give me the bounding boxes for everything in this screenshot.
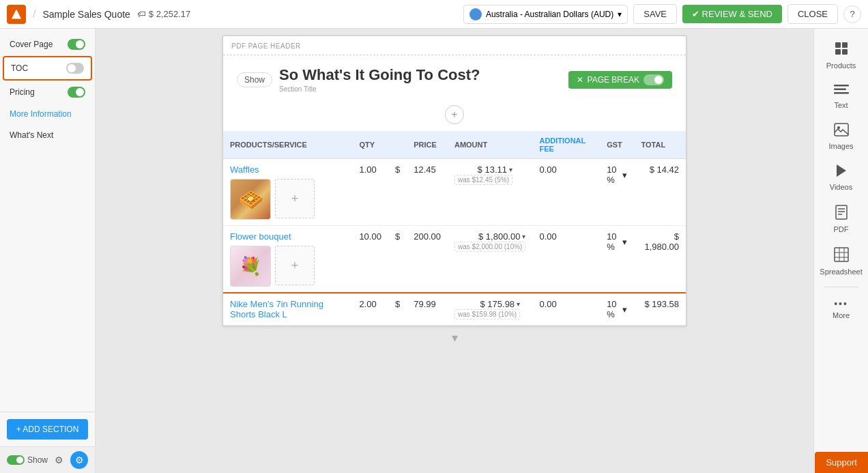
pdf-icon <box>835 205 848 223</box>
amount-dropdown-icon[interactable]: ▾ <box>509 166 512 173</box>
right-tool-text[interactable]: Text <box>818 78 865 115</box>
gst-value[interactable]: 10 % ▾ <box>607 299 627 319</box>
visibility-toggle[interactable] <box>66 63 84 74</box>
right-tool-images[interactable]: Images <box>818 117 865 156</box>
support-button[interactable]: Support <box>815 452 868 473</box>
amount-dropdown-icon[interactable]: ▾ <box>517 300 520 308</box>
gst-value[interactable]: 10 % ▾ <box>607 164 627 185</box>
currency-symbol: $ <box>395 231 400 242</box>
price-cell: 12.45 <box>407 159 448 226</box>
price-cell: 79.99 <box>407 293 448 326</box>
product-image <box>230 179 271 220</box>
visibility-toggle[interactable] <box>68 39 85 50</box>
qty-cell: 1.00 <box>352 159 388 226</box>
svg-rect-3 <box>842 49 848 55</box>
section-header: Show So What's It Going To Cost? Section… <box>223 55 686 98</box>
save-button[interactable]: SAVE <box>633 4 677 24</box>
topbar-separator: / <box>33 8 35 20</box>
currency-cell: $ <box>388 159 407 226</box>
price-value: $ 2,252.17 <box>149 9 190 19</box>
right-tool-more[interactable]: ••• More <box>818 293 865 325</box>
product-name[interactable]: Waffles <box>230 164 345 175</box>
sidebar-item-controls <box>66 63 84 74</box>
sidebar-item-more-information[interactable]: More Information <box>3 104 92 124</box>
price-tag-icon: 🏷 <box>137 9 146 19</box>
currency-symbol: $ <box>395 164 400 175</box>
right-tool-spreadsheet[interactable]: Spreadsheet <box>818 242 865 281</box>
spreadsheet-label: Spreadsheet <box>820 268 862 276</box>
close-button[interactable]: CLOSE <box>787 4 838 24</box>
add-fee-value: 0.00 <box>539 164 556 175</box>
add-image-button[interactable]: + <box>275 179 315 218</box>
add-image-button[interactable]: + <box>275 246 315 285</box>
amount-box: $ 13.11 ▾ was $12.45 (5%) <box>454 164 512 185</box>
product-name[interactable]: Flower bouquet <box>230 231 345 242</box>
add-fee-value: 0.00 <box>539 231 556 242</box>
was-price: was $12.45 (5%) <box>454 175 512 185</box>
product-name[interactable]: Nike Men's 7in Running Shorts Black L <box>230 299 345 319</box>
amount-main[interactable]: $ 175.98 ▾ <box>480 299 521 309</box>
total-value: $ 1,980.00 <box>644 231 679 252</box>
product-images: + <box>230 246 345 287</box>
th-amount: AMOUNT <box>448 131 533 159</box>
main-layout: Cover Page TOC Pricing <box>0 29 868 473</box>
th-gst: GST <box>600 131 634 159</box>
price-cell: 200.00 <box>407 226 448 293</box>
svg-rect-0 <box>835 42 841 48</box>
amount-dropdown-icon[interactable]: ▾ <box>522 233 525 240</box>
section-title[interactable]: So What's It Going To Cost? <box>279 66 480 84</box>
right-tool-products[interactable]: Products <box>818 35 865 75</box>
amount-value: $ 175.98 <box>480 299 515 309</box>
review-send-button[interactable]: ✔ REVIEW & SEND <box>682 5 782 23</box>
gst-chevron-icon: ▾ <box>622 304 627 315</box>
page-break-toggle-icon <box>643 74 664 85</box>
gst-chevron-icon: ▾ <box>622 170 627 180</box>
right-sidebar: Products Text Images Videos PDF <box>813 29 868 473</box>
add-fee-cell: 0.00 <box>532 226 600 293</box>
add-section-area: + ADD SECTION <box>0 412 95 446</box>
sidebar-item-label: TOC <box>11 63 28 73</box>
locale-selector[interactable]: Australia - Australian Dollars (AUD) ▾ <box>463 5 628 24</box>
sidebar-item-whats-next[interactable]: What's Next <box>3 125 92 145</box>
amount-main[interactable]: $ 1,800.00 ▾ <box>478 231 525 242</box>
qty-cell: 2.00 <box>352 293 388 326</box>
gear-button[interactable]: ⚙ <box>55 455 63 465</box>
th-price: PRICE <box>407 131 448 159</box>
videos-label: Videos <box>830 183 852 191</box>
show-button[interactable]: Show <box>237 72 272 87</box>
page-break-button[interactable]: ✕ PAGE BREAK <box>568 71 672 89</box>
page-break-icon: ✕ <box>577 75 583 85</box>
right-tool-pdf[interactable]: PDF <box>818 199 865 239</box>
sidebar-item-label: What's Next <box>10 130 53 140</box>
right-tool-videos[interactable]: Videos <box>818 158 865 197</box>
help-button[interactable]: ? <box>843 5 861 23</box>
text-label: Text <box>834 101 848 109</box>
right-sidebar-separator <box>824 287 858 287</box>
svg-rect-4 <box>834 85 849 87</box>
sidebar-item-cover-page[interactable]: Cover Page <box>3 33 92 55</box>
show-tabs-toggle[interactable]: Show <box>7 455 48 465</box>
pdf-page: PDF PAGE HEADER Show So What's It Going … <box>222 35 686 326</box>
pdf-header-label: PDF PAGE HEADER <box>231 42 301 50</box>
gst-cell: 10 % ▾ <box>600 226 634 293</box>
section-title-label: Section Title <box>279 85 480 93</box>
more-icon: ••• <box>834 298 848 309</box>
sidebar-item-toc[interactable]: TOC <box>3 56 92 81</box>
add-content-button[interactable]: + <box>445 105 464 124</box>
support-area: Support <box>815 452 868 473</box>
gst-value[interactable]: 10 % ▾ <box>607 231 627 252</box>
center-content: PDF PAGE HEADER Show So What's It Going … <box>96 29 813 473</box>
sidebar-item-label: Cover Page <box>10 40 53 49</box>
th-qty: QTY <box>352 131 388 159</box>
sidebar-item-pricing[interactable]: Pricing <box>3 81 92 103</box>
gst-percent: 10 % <box>607 164 621 185</box>
qty-value: 2.00 <box>359 299 376 309</box>
left-sidebar: Cover Page TOC Pricing <box>0 29 96 473</box>
add-section-button[interactable]: + ADD SECTION <box>7 419 88 440</box>
settings-circle-button[interactable]: ⚙ <box>70 451 88 469</box>
currency-cell: $ <box>388 226 407 293</box>
currency-cell: $ <box>388 293 407 326</box>
visibility-toggle[interactable] <box>68 87 85 98</box>
amount-main[interactable]: $ 13.11 ▾ <box>478 164 512 175</box>
price-value: 12.45 <box>414 164 436 175</box>
